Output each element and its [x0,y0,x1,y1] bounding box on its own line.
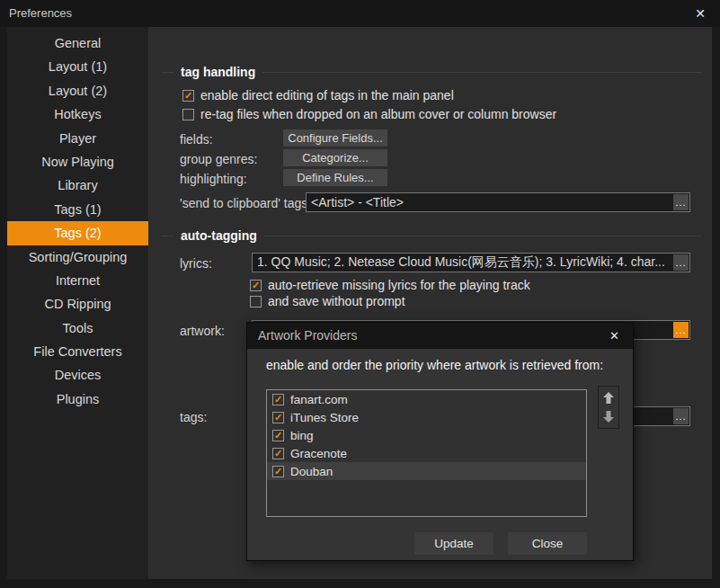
sidebar-item-hotkeys[interactable]: Hotkeys [7,102,148,126]
dialog-close-button[interactable]: Close [508,532,587,555]
artwork-providers-ellipsis-button[interactable]: ... [673,322,689,338]
divider [264,236,701,236]
title-bar: Preferences ✕ [0,0,720,27]
section-title: auto-tagging [181,228,257,243]
sidebar-item-player[interactable]: Player [7,127,148,150]
checkbox[interactable]: ✓ [272,448,284,459]
sidebar-item-now-playing[interactable]: Now Playing [7,150,148,174]
checkbox-row-auto-retrieve-lyrics[interactable]: ✓ auto-retrieve missing lyrics for the p… [250,278,530,292]
dialog-close-icon[interactable]: ✕ [607,323,622,349]
lyrics-label: lyrics: [180,256,212,271]
checkbox-label: enable direct editing of tags in the mai… [200,88,454,102]
sidebar-item-general[interactable]: General [7,31,148,55]
reorder-controls [598,386,619,429]
artwork-providers-dialog: Artwork Providers ✕ enable and order the… [246,322,634,561]
configure-fields-button[interactable]: Configure Fields... [283,129,387,147]
checkbox[interactable]: ✓ [272,466,284,477]
sidebar-item-tags-2[interactable]: Tags (2) [7,221,148,245]
checkbox[interactable]: ✓ [250,280,262,291]
checkbox[interactable]: ✓ [272,394,284,405]
provider-row-douban[interactable]: ✓ Douban [267,462,586,480]
section-tag-handling-heading: tag handling [161,65,701,79]
preferences-window: Preferences ✕ General Layout (1) Layout … [0,0,720,588]
artwork-label: artwork: [180,324,225,338]
provider-row-fanart[interactable]: ✓ fanart.com [267,390,586,408]
send-to-clipboard-label: 'send to clipboard' tags: [180,196,311,210]
update-button[interactable]: Update [414,532,493,555]
section-auto-tagging-heading: auto-tagging [161,228,701,243]
checkbox-label: and save without prompt [268,294,405,308]
define-rules-button[interactable]: Define Rules... [283,169,387,186]
divider [161,236,173,236]
sidebar-item-file-converters[interactable]: File Converters [7,340,148,363]
divider [262,72,701,73]
sidebar-item-internet[interactable]: Internet [7,269,148,292]
sidebar-item-library[interactable]: Library [7,174,148,197]
checkbox-label: re-tag files when dropped on an album co… [200,107,556,121]
checkbox[interactable] [182,109,194,120]
checkbox[interactable] [250,296,262,307]
move-up-button[interactable] [601,391,616,405]
sidebar-item-tags-1[interactable]: Tags (1) [7,198,148,221]
checkbox[interactable]: ✓ [272,412,284,423]
sidebar-item-layout-1[interactable]: Layout (1) [7,55,148,78]
lyrics-providers-field: ... [252,253,690,272]
fields-label: fields: [180,132,213,147]
provider-row-gracenote[interactable]: ✓ Gracenote [267,444,586,462]
sidebar-item-devices[interactable]: Devices [7,363,148,387]
arrow-up-icon [602,392,615,405]
clipboard-tags-ellipsis-button[interactable]: ... [673,194,689,210]
divider [161,72,173,73]
provider-row-bing[interactable]: ✓ bing [267,426,586,444]
move-down-button[interactable] [601,409,616,423]
checkbox[interactable]: ✓ [182,90,194,102]
tags-sources-ellipsis-button[interactable]: ... [673,408,689,424]
provider-label: fanart.com [290,393,348,406]
sidebar-item-layout-2[interactable]: Layout (2) [7,79,148,102]
provider-label: Douban [290,465,333,478]
checkbox-row-retag-files[interactable]: re-tag files when dropped on an album co… [182,107,556,121]
provider-label: Gracenote [290,447,347,460]
categorize-button[interactable]: Categorize... [283,149,387,166]
sidebar-item-plugins[interactable]: Plugins [7,388,148,411]
dialog-instruction: enable and order the priority where artw… [266,357,609,373]
provider-row-itunes[interactable]: ✓ iTunes Store [267,408,586,426]
provider-label: iTunes Store [290,411,359,424]
dialog-title: Artwork Providers [258,323,357,349]
sidebar-item-tools[interactable]: Tools [7,316,148,340]
close-icon[interactable]: ✕ [691,0,709,27]
section-title: tag handling [181,65,255,79]
clipboard-tags-input[interactable] [307,193,672,211]
checkbox[interactable]: ✓ [272,430,284,441]
dialog-title-bar: Artwork Providers ✕ [247,323,633,349]
highlighting-label: highlighting: [180,172,247,186]
group-genres-label: group genres: [180,152,257,166]
clipboard-tags-field: ... [306,192,690,212]
window-title: Preferences [9,0,72,27]
tags-label: tags: [180,410,207,424]
provider-list: ✓ fanart.com ✓ iTunes Store ✓ bing ✓ Gra… [266,389,587,517]
checkbox-row-enable-direct-editing[interactable]: ✓ enable direct editing of tags in the m… [182,88,454,102]
arrow-down-icon [602,410,615,423]
lyrics-providers-ellipsis-button[interactable]: ... [673,254,689,271]
lyrics-providers-input[interactable] [253,254,672,272]
checkbox-label: auto-retrieve missing lyrics for the pla… [268,278,530,292]
sidebar-item-sorting-grouping[interactable]: Sorting/Grouping [7,245,148,269]
provider-label: bing [290,429,314,442]
sidebar-item-cd-ripping[interactable]: CD Ripping [7,292,148,316]
sidebar: General Layout (1) Layout (2) Hotkeys Pl… [7,27,148,579]
checkbox-row-save-without-prompt[interactable]: and save without prompt [250,294,405,308]
